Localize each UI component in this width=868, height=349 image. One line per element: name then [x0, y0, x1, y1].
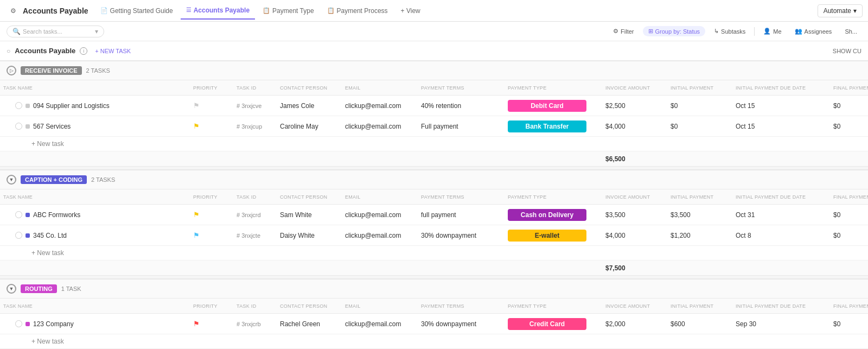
column-header: CONTACT PERSON [277, 85, 342, 91]
column-header: FINAL PAYMENT [830, 303, 868, 309]
search-box[interactable]: 🔍 Search tasks... ▾ [7, 26, 104, 37]
subtotal-row-caption-coding: $7,500 [0, 261, 868, 276]
priority-cell[interactable]: ⚑ [190, 320, 233, 328]
new-task-button[interactable]: + NEW TASK [92, 47, 134, 55]
column-header: INITIAL PAYMENT [667, 194, 732, 200]
task-id-cell: # 3nxjcrb [233, 321, 277, 327]
section-task-count-routing: 1 TASK [61, 285, 81, 292]
new-task-row-receive-invoice[interactable]: + New task [0, 137, 868, 151]
show-cu-button[interactable]: SHOW CU [833, 48, 861, 54]
new-task-row-routing[interactable]: + New task [0, 334, 868, 349]
task-name[interactable]: ABC Formworks [33, 211, 80, 219]
col-headers-routing: TASK NAMEPRIORITYTASK IDCONTACT PERSONEM… [0, 299, 868, 314]
tab-payment-icon: 📋 [263, 7, 270, 14]
task-name[interactable]: 094 Supplier and Logistics [33, 102, 110, 110]
payment-type-badge[interactable]: Credit Card [508, 318, 586, 330]
me-button[interactable]: 👤 Me [759, 26, 786, 36]
column-header: TASK ID [233, 85, 277, 91]
show-button[interactable]: Sh... [840, 27, 861, 36]
automate-button[interactable]: Automate ▾ [818, 4, 863, 17]
tab-accounts-payable[interactable]: ☰ Accounts Payable [181, 2, 255, 20]
assignees-icon: 👥 [795, 28, 802, 35]
contact-cell: Sam White [277, 211, 342, 219]
payment-type-badge[interactable]: E-wallet [508, 230, 586, 242]
column-header: FINAL PAYMENT [830, 194, 868, 200]
column-header: INITIAL PAYMENT DUE DATE [732, 194, 830, 200]
tab-payment-type[interactable]: 📋 Payment Type [257, 2, 320, 20]
list-title: Accounts Payable [15, 47, 75, 55]
section-toggle-routing[interactable]: ▼ [7, 284, 16, 294]
section-badge-routing[interactable]: ROUTING [21, 284, 57, 293]
task-checkbox[interactable] [15, 211, 22, 218]
tab-getting-started[interactable]: 📄 Getting Started Guide [95, 2, 178, 20]
tab-process-icon: 📋 [327, 7, 335, 14]
subtasks-button[interactable]: ↳ Subtasks [710, 26, 750, 36]
initial-payment-cell: $600 [667, 320, 732, 328]
toolbar: 🔍 Search tasks... ▾ ⚙ Filter ⊞ Group by:… [0, 22, 868, 41]
initial-payment-cell: $3,500 [667, 211, 732, 219]
column-header: INVOICE AMOUNT [602, 194, 667, 200]
new-task-row-caption-coding[interactable]: + New task [0, 246, 868, 261]
column-header: TASK NAME [0, 194, 190, 200]
task-id-cell: # 3nxjcte [233, 232, 277, 239]
col-headers-receive-invoice: TASK NAMEPRIORITYTASK IDCONTACT PERSONEM… [0, 80, 868, 96]
task-name[interactable]: 123 Company [33, 320, 74, 328]
filter-button[interactable]: ⚙ Filter [609, 26, 638, 36]
priority-cell[interactable]: ⚑ [190, 231, 233, 239]
payment-type-badge[interactable]: Debit Card [508, 100, 586, 112]
task-id-cell: # 3nxjcup [233, 123, 277, 130]
section-toggle-caption-coding[interactable]: ▼ [7, 175, 16, 185]
payment-terms-cell: 30% downpayment [418, 320, 505, 328]
task-color-dot [25, 233, 30, 238]
column-header: CONTACT PERSON [277, 303, 342, 309]
tab-list-icon: ☰ [186, 7, 192, 14]
priority-cell[interactable]: ⚑ [190, 122, 233, 130]
payment-terms-cell: 30% downpayment [418, 232, 505, 239]
task-row[interactable]: ABC Formworks⚑# 3nxjcrdSam Whiteclickup@… [0, 205, 868, 225]
contact-cell: Caroline May [277, 123, 342, 130]
task-id-cell: # 3nxjcrd [233, 212, 277, 218]
tab-payment-process[interactable]: 📋 Payment Process [322, 2, 393, 20]
section-toggle-receive-invoice[interactable]: ▷ [7, 66, 16, 75]
task-name[interactable]: 567 Services [33, 123, 71, 130]
invoice-amount-cell: $4,000 [602, 232, 667, 239]
group-by-button[interactable]: ⊞ Group by: Status [643, 26, 706, 36]
priority-icon: ⚑ [193, 320, 200, 328]
task-row[interactable]: 123 Company⚑# 3nxjcrbRachel Greenclickup… [0, 314, 868, 334]
task-name[interactable]: 345 Co. Ltd [33, 232, 67, 239]
app-icon: ⚙ [5, 3, 21, 18]
initial-due-date-cell: Oct 8 [732, 232, 830, 239]
payment-terms-cell: 40% retention [418, 102, 505, 110]
group-icon: ⊞ [648, 28, 653, 35]
task-checkbox[interactable] [15, 123, 22, 130]
payment-type-badge[interactable]: Bank Transfer [508, 120, 586, 132]
section-badge-receive-invoice[interactable]: RECEIVE INVOICE [21, 66, 82, 75]
tab-doc-icon: 📄 [100, 7, 108, 14]
tab-add-view[interactable]: + View [395, 2, 426, 20]
column-header: INITIAL PAYMENT [667, 85, 732, 91]
contact-cell: Daisy White [277, 232, 342, 239]
column-header: TASK ID [233, 303, 277, 309]
task-row[interactable]: 094 Supplier and Logistics⚑# 3nxjcveJame… [0, 96, 868, 116]
initial-due-date-cell: Oct 15 [732, 123, 830, 130]
email-cell: clickup@email.com [342, 123, 418, 130]
task-checkbox[interactable] [15, 232, 22, 239]
task-name-cell: 123 Company [0, 320, 190, 328]
task-color-dot [25, 322, 30, 326]
column-header: INVOICE AMOUNT [602, 303, 667, 309]
task-checkbox[interactable] [15, 102, 22, 109]
section-header-routing: ▼ROUTING1 TASK [0, 279, 868, 299]
priority-cell[interactable]: ⚑ [190, 101, 233, 110]
section-task-count-receive-invoice: 2 TASKS [86, 67, 110, 74]
payment-type-badge[interactable]: Cash on Delivery [508, 209, 586, 221]
section-badge-caption-coding[interactable]: CAPTION + CODING [21, 175, 87, 184]
initial-due-date-cell: Oct 31 [732, 211, 830, 219]
column-header: CONTACT PERSON [277, 194, 342, 200]
user-icon: 👤 [763, 28, 771, 35]
task-checkbox[interactable] [15, 320, 22, 327]
priority-cell[interactable]: ⚑ [190, 211, 233, 219]
task-row[interactable]: 567 Services⚑# 3nxjcupCaroline Mayclicku… [0, 116, 868, 137]
collapse-icon[interactable]: ○ [7, 47, 10, 55]
assignees-button[interactable]: 👥 Assignees [790, 26, 837, 36]
task-row[interactable]: 345 Co. Ltd⚑# 3nxjcteDaisy Whiteclickup@… [0, 225, 868, 246]
